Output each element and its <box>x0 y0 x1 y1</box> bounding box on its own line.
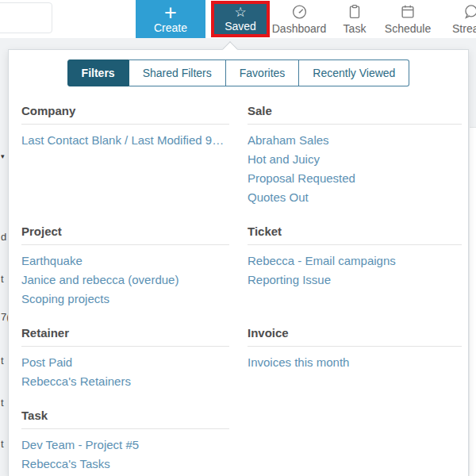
section-title: Company <box>21 104 229 125</box>
toolbar-item-stream[interactable]: Strea <box>447 0 476 38</box>
toolbar-item-schedule[interactable]: Schedule <box>380 0 436 38</box>
gauge-icon <box>290 3 309 21</box>
create-button-label: Create <box>154 21 187 35</box>
saved-button[interactable]: ☆ Saved <box>214 4 267 34</box>
toolbar-item-label: Dashboard <box>272 22 327 35</box>
toolbar-item-task[interactable]: Task <box>327 0 382 38</box>
tab-filters[interactable]: Filters <box>67 60 129 86</box>
section-title: Task <box>21 409 229 429</box>
section-sale: Sale Abraham Sales Hot and Juicy Proposa… <box>248 104 462 207</box>
toolbar-item-dashboard[interactable]: Dashboard <box>268 0 330 38</box>
saved-button-label: Saved <box>225 20 256 33</box>
background-text-fragment: t <box>1 438 8 450</box>
saved-filters-grid: Company Last Contact Blank / Last Modifi… <box>21 104 462 476</box>
saved-filter-link[interactable]: Invoices this month <box>248 353 462 372</box>
background-text-fragment: 7( <box>1 311 8 323</box>
star-icon: ☆ <box>234 6 246 20</box>
section-title: Sale <box>248 104 462 125</box>
saved-filter-link[interactable]: Dev Team - Project #5 <box>21 436 229 455</box>
saved-filter-link[interactable]: Proposal Requested <box>248 169 462 188</box>
saved-filter-link[interactable]: Last Contact Blank / Last Modified 90 d.… <box>21 131 229 150</box>
tab-recently-viewed[interactable]: Recently Viewed <box>299 60 409 86</box>
calendar-icon <box>399 3 416 21</box>
section-company: Company Last Contact Blank / Last Modifi… <box>21 104 229 207</box>
saved-filter-link[interactable]: Post Paid <box>21 353 229 372</box>
background-text-fragment: t <box>1 273 8 285</box>
saved-filter-link[interactable]: Janice and rebecca (overdue) <box>21 271 229 290</box>
top-toolbar: + Create ☆ Saved Dashboard Task Schedule <box>0 0 476 38</box>
saved-filter-link[interactable]: Rebecca's Retainers <box>21 372 229 391</box>
page-background-sliver <box>470 127 476 476</box>
saved-filter-link[interactable]: Hot and Juicy <box>248 150 462 169</box>
saved-filter-link[interactable]: Quotes Out <box>248 188 462 207</box>
background-text-fragment: t <box>1 355 8 367</box>
saved-filter-link[interactable]: Rebecca's Tasks <box>21 455 229 474</box>
section-title: Retainer <box>21 326 229 347</box>
toolbar-item-label: Task <box>344 22 367 35</box>
filter-tabs: Filters Shared Filters Favorites Recentl… <box>9 60 468 86</box>
saved-filter-link[interactable]: Scoping projects <box>21 290 229 309</box>
search-input[interactable] <box>0 2 52 33</box>
create-button[interactable]: + Create <box>136 0 205 38</box>
toolbar-item-label: Schedule <box>385 22 431 35</box>
section-invoice: Invoice Invoices this month <box>248 326 462 391</box>
saved-filter-link[interactable]: Abraham Sales <box>248 131 462 150</box>
saved-filter-link[interactable]: Reporting Issue <box>248 271 462 290</box>
section-title: Ticket <box>248 225 462 245</box>
clipboard-icon <box>346 3 363 21</box>
section-project: Project Earthquake Janice and rebecca (o… <box>21 225 229 309</box>
saved-filter-link[interactable]: Rebecca - Email campaigns <box>248 251 462 271</box>
background-text-fragment: d <box>1 231 8 243</box>
section-retainer: Retainer Post Paid Rebecca's Retainers <box>21 326 229 391</box>
tab-shared-filters[interactable]: Shared Filters <box>129 60 226 86</box>
plus-icon: + <box>164 4 177 21</box>
section-ticket: Ticket Rebecca - Email campaigns Reporti… <box>248 225 462 309</box>
background-text-fragment: t <box>1 397 8 409</box>
background-text-fragment: ▾ <box>1 152 8 160</box>
section-task: Task Dev Team - Project #5 Rebecca's Tas… <box>21 409 229 474</box>
chat-bubble-icon <box>462 3 476 21</box>
toolbar-item-label: Strea <box>452 22 476 35</box>
tab-favorites[interactable]: Favorites <box>226 60 300 86</box>
saved-filters-dropdown: Filters Shared Filters Favorites Recentl… <box>8 49 469 476</box>
annotation-highlight: ☆ Saved <box>211 1 270 37</box>
section-title: Project <box>21 225 229 245</box>
saved-filter-link[interactable]: Earthquake <box>21 251 229 271</box>
section-title: Invoice <box>248 326 462 347</box>
